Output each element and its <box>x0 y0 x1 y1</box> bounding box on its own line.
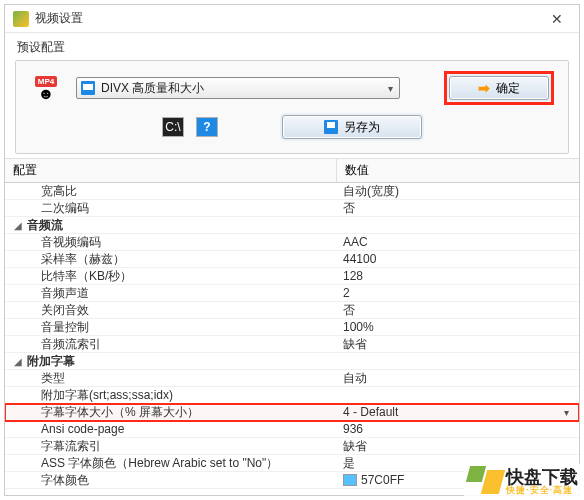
saveas-button-label: 另存为 <box>344 119 380 136</box>
ok-button-label: 确定 <box>496 80 520 97</box>
color-swatch-icon <box>343 474 357 486</box>
preset-panel: MP4 ☻ DIVX 高质量和大小 ▾ ➡ 确定 C:\ ? 另存为 <box>15 60 569 154</box>
property-value[interactable]: 缺省 <box>337 438 579 455</box>
property-label: 二次编码 <box>27 200 89 217</box>
property-label: 音频声道 <box>27 285 89 302</box>
video-settings-dialog: 视频设置 ✕ 预设配置 MP4 ☻ DIVX 高质量和大小 ▾ ➡ 确定 C: <box>4 4 580 496</box>
property-label: 宽高比 <box>27 183 77 200</box>
property-label: 类型 <box>27 370 65 387</box>
floppy-icon <box>324 120 338 134</box>
property-row-sampleRate[interactable]: 采样率（赫兹）44100 <box>5 251 579 268</box>
arrow-right-icon: ➡ <box>478 80 490 96</box>
property-row-subIndex[interactable]: 字幕流索引缺省 <box>5 438 579 455</box>
property-value[interactable]: 128 <box>337 269 579 283</box>
property-row-audioIndex[interactable]: 音频流索引缺省 <box>5 336 579 353</box>
property-row-channels[interactable]: 音频声道2 <box>5 285 579 302</box>
property-row-subFontSize[interactable]: 字幕字体大小（% 屏幕大小）4 - Default▾ <box>5 404 579 421</box>
console-icon[interactable]: C:\ <box>162 117 184 137</box>
ok-button[interactable]: ➡ 确定 <box>449 76 549 100</box>
brand-name: 快盘下载 <box>506 468 578 486</box>
preset-section-label: 预设配置 <box>5 33 579 58</box>
property-row-aspect[interactable]: 宽高比自动(宽度) <box>5 183 579 200</box>
property-value[interactable]: 自动 <box>337 370 579 387</box>
ok-highlight-frame: ➡ 确定 <box>444 71 554 105</box>
property-value[interactable]: 缺省 <box>337 336 579 353</box>
property-row-attachSub[interactable]: 附加字幕(srt;ass;ssa;idx) <box>5 387 579 404</box>
property-value[interactable]: 936 <box>337 422 579 436</box>
property-row-bitrate[interactable]: 比特率（KB/秒）128 <box>5 268 579 285</box>
property-label: 字幕字体大小（% 屏幕大小） <box>27 404 199 421</box>
property-row-muteFx[interactable]: 关闭音效否 <box>5 302 579 319</box>
chevron-down-icon[interactable]: ▾ <box>564 407 569 418</box>
property-label: 字幕流索引 <box>27 438 101 455</box>
property-label: 附加字幕(srt;ass;ssa;idx) <box>27 387 173 404</box>
col-header-name[interactable]: 配置 <box>5 159 337 182</box>
save-icon <box>81 81 95 95</box>
property-label: 字体颜色 <box>27 472 89 489</box>
property-row-extraSub[interactable]: ◢附加字幕 <box>5 353 579 370</box>
property-value[interactable]: 否 <box>337 200 579 217</box>
window-title: 视频设置 <box>35 10 83 27</box>
col-header-value[interactable]: 数值 <box>337 159 579 182</box>
property-label: 音频流 <box>27 217 63 234</box>
brand-watermark: 快盘下载 快捷·安全·高速 <box>464 464 582 498</box>
preset-dropdown-value: DIVX 高质量和大小 <box>101 80 384 97</box>
property-label: 音频流索引 <box>27 336 101 353</box>
titlebar: 视频设置 ✕ <box>5 5 579 33</box>
property-label: 关闭音效 <box>27 302 89 319</box>
property-row-audioCodec[interactable]: 音视频编码AAC <box>5 234 579 251</box>
brand-slogan: 快捷·安全·高速 <box>506 486 578 495</box>
property-label: 采样率（赫兹） <box>27 251 125 268</box>
property-label: 比特率（KB/秒） <box>27 268 132 285</box>
help-icon[interactable]: ? <box>196 117 218 137</box>
property-row-twopass[interactable]: 二次编码否 <box>5 200 579 217</box>
close-button[interactable]: ✕ <box>535 5 579 33</box>
saveas-button[interactable]: 另存为 <box>282 115 422 139</box>
property-label: 音视频编码 <box>27 234 101 251</box>
property-value[interactable]: 100% <box>337 320 579 334</box>
property-grid[interactable]: 配置 数值 宽高比自动(宽度)二次编码否◢音频流音视频编码AAC采样率（赫兹）4… <box>5 158 579 490</box>
property-value[interactable]: 44100 <box>337 252 579 266</box>
property-label: 音量控制 <box>27 319 89 336</box>
property-row-volume[interactable]: 音量控制100% <box>5 319 579 336</box>
preset-dropdown[interactable]: DIVX 高质量和大小 ▾ <box>76 77 400 99</box>
property-value[interactable]: 否 <box>337 302 579 319</box>
chevron-down-icon: ▾ <box>384 83 397 94</box>
expander-icon[interactable]: ◢ <box>13 220 23 231</box>
expander-icon[interactable]: ◢ <box>13 356 23 367</box>
brand-logo-icon <box>468 466 502 496</box>
table-header: 配置 数值 <box>5 159 579 183</box>
property-row-audioStream[interactable]: ◢音频流 <box>5 217 579 234</box>
mp4-format-icon: MP4 ☻ <box>30 73 62 103</box>
property-value[interactable]: 自动(宽度) <box>337 183 579 200</box>
property-label: 附加字幕 <box>27 353 75 370</box>
property-label: 字体边框颜色 <box>27 489 113 491</box>
property-value[interactable]: AAC <box>337 235 579 249</box>
property-row-ansiCP[interactable]: Ansi code-page936 <box>5 421 579 438</box>
property-label: Ansi code-page <box>27 422 124 436</box>
app-icon <box>13 11 29 27</box>
property-value[interactable]: 2 <box>337 286 579 300</box>
property-value[interactable]: 4 - Default▾ <box>337 405 579 419</box>
property-label: ASS 字体颜色（Hebrew Arabic set to "No"） <box>27 455 278 472</box>
property-row-subType[interactable]: 类型自动 <box>5 370 579 387</box>
